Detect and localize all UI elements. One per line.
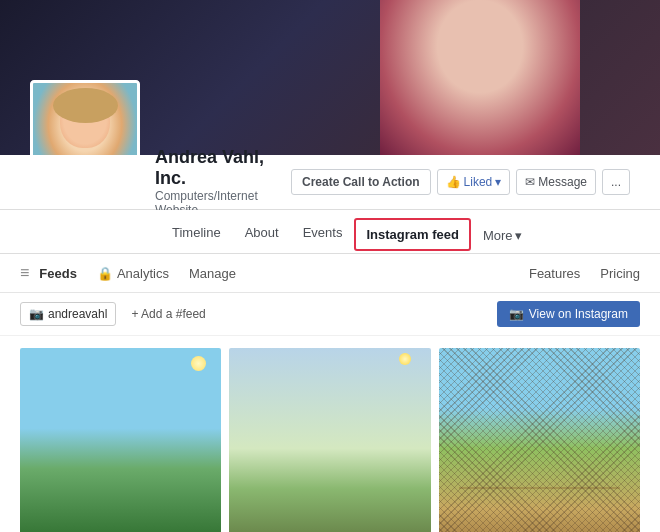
view-instagram-label: View on Instagram: [529, 307, 628, 321]
tab-more[interactable]: More ▾: [471, 218, 534, 253]
account-badge[interactable]: 📷 andreavahl: [20, 302, 116, 326]
photo-item-2[interactable]: [229, 348, 430, 532]
tab-timeline[interactable]: Timeline: [160, 215, 233, 253]
message-icon: ✉: [525, 175, 535, 189]
tab-about[interactable]: About: [233, 215, 291, 253]
photo-item-1[interactable]: [20, 348, 221, 532]
page-name: Andrea Vahl, Inc.: [155, 147, 291, 189]
analytics-label: Analytics: [117, 266, 169, 281]
hamburger-icon[interactable]: ≡: [20, 264, 29, 282]
photo-item-3[interactable]: [439, 348, 640, 532]
pricing-link[interactable]: Pricing: [600, 266, 640, 281]
more-button[interactable]: ...: [602, 169, 630, 195]
liked-label: Liked: [464, 175, 493, 189]
tab-instagram-feed[interactable]: Instagram feed: [354, 218, 470, 251]
cover-photo: [0, 0, 660, 155]
toolbar-right: Features Pricing: [529, 266, 640, 281]
account-bar: 📷 andreavahl + Add a #feed 📷 View on Ins…: [0, 293, 660, 336]
more-label: More: [483, 228, 513, 243]
profile-picture[interactable]: [30, 80, 140, 155]
manage-link[interactable]: Manage: [189, 266, 236, 281]
more-arrow-icon: ▾: [515, 228, 522, 243]
fence-overlay: [439, 348, 640, 532]
page-name-section: Andrea Vahl, Inc. Computers/Internet Web…: [155, 147, 291, 217]
profile-photo: [33, 83, 137, 155]
add-feed-button[interactable]: + Add a #feed: [131, 307, 205, 321]
create-cta-button[interactable]: Create Call to Action: [291, 169, 431, 195]
feeds-title: Feeds: [39, 266, 77, 281]
analytics-link[interactable]: 🔒 Analytics: [97, 266, 169, 281]
page-actions: Create Call to Action 👍 Liked ▾ ✉ Messag…: [291, 169, 630, 195]
nav-tabs: Timeline About Events Instagram feed Mor…: [0, 210, 660, 254]
view-instagram-button[interactable]: 📷 View on Instagram: [497, 301, 640, 327]
message-button[interactable]: ✉ Message: [516, 169, 596, 195]
dropdown-arrow-icon: ▾: [495, 175, 501, 189]
liked-button[interactable]: 👍 Liked ▾: [437, 169, 511, 195]
message-label: Message: [538, 175, 587, 189]
page-info-bar: Andrea Vahl, Inc. Computers/Internet Web…: [0, 155, 660, 210]
main-content: ≡ Feeds 🔒 Analytics Manage Features Pric…: [0, 254, 660, 532]
instagram-view-icon: 📷: [509, 307, 524, 321]
thumbs-up-icon: 👍: [446, 175, 461, 189]
lock-icon: 🔒: [97, 266, 113, 281]
feeds-toolbar: ≡ Feeds 🔒 Analytics Manage Features Pric…: [0, 254, 660, 293]
account-name: andreavahl: [48, 307, 107, 321]
photo-grid: [0, 336, 660, 532]
features-link[interactable]: Features: [529, 266, 580, 281]
cover-person: [380, 0, 580, 155]
tab-events[interactable]: Events: [291, 215, 355, 253]
instagram-small-icon: 📷: [29, 307, 44, 321]
